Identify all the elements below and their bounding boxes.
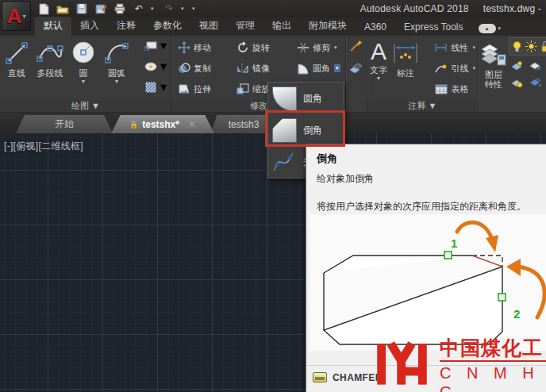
tab-output[interactable]: 输出 xyxy=(263,17,300,36)
diagram-label-2: 2 xyxy=(513,307,520,321)
file-tab-testshx[interactable]: 🔒 testshx* ✕ xyxy=(111,115,214,133)
tab-a360[interactable]: A360 xyxy=(356,19,395,36)
match-properties-brush-icon[interactable] xyxy=(349,39,363,52)
dimension-button[interactable]: 标注 xyxy=(392,37,419,81)
rectangle-icon xyxy=(144,39,158,52)
close-tab-icon[interactable]: ✕ xyxy=(188,119,196,130)
annotation-panel-label[interactable]: 注释 ▼ xyxy=(367,100,478,112)
move-button[interactable]: 移动 xyxy=(177,38,236,57)
autocad-app-button[interactable]: A ▾ xyxy=(2,1,31,31)
hatch-dropdown-icon[interactable]: ▾ xyxy=(160,79,167,94)
table-button[interactable]: 表格 xyxy=(434,79,475,98)
tab-manage[interactable]: 管理 xyxy=(227,17,263,36)
tab-express-tools[interactable]: Express Tools xyxy=(395,19,471,36)
trim-dropdown-icon[interactable]: ▾ xyxy=(334,44,337,51)
line-icon xyxy=(3,40,30,67)
tab-addins[interactable]: 附加模块 xyxy=(300,17,356,36)
open-file-icon[interactable] xyxy=(56,2,70,15)
panel-match-properties xyxy=(346,36,367,112)
line-button[interactable]: 直线 xyxy=(3,37,30,84)
fillet-button[interactable]: 圆角 ▾ xyxy=(296,59,348,78)
ellipse-button[interactable]: ▾ xyxy=(144,59,167,74)
ellipse-dropdown-icon[interactable]: ▾ xyxy=(160,59,167,74)
leader-icon xyxy=(434,62,448,75)
isolate-objects-icon[interactable] xyxy=(349,60,363,74)
layer-unisolate-icon[interactable] xyxy=(529,59,542,72)
chamfer-edge-line xyxy=(472,256,502,267)
hatch-button[interactable]: ▾ xyxy=(144,79,167,94)
file-tab-start[interactable]: 开始 xyxy=(16,115,113,133)
undo-dropdown-icon[interactable]: ▾ xyxy=(151,6,157,12)
tab-insert[interactable]: 插入 xyxy=(71,17,108,36)
rectangle-dropdown-icon[interactable]: ▾ xyxy=(160,38,167,53)
viewport-controls[interactable]: [-][俯视][二维线框] xyxy=(4,140,83,153)
ribbon-minimize-caret-icon: ▾ xyxy=(498,25,502,32)
trim-button[interactable]: 修剪 ▾ xyxy=(296,38,348,57)
arc-dropdown-icon[interactable]: ▼ xyxy=(114,79,120,84)
panel-layers: 图层特性 xyxy=(479,36,546,112)
ellipse-icon xyxy=(144,60,158,73)
copy-button[interactable]: 复制 xyxy=(177,59,236,78)
save-icon[interactable] xyxy=(75,2,89,15)
layer-match-icon[interactable] xyxy=(529,75,542,89)
tab-annotate[interactable]: 注释 xyxy=(108,17,144,36)
ribbon-minimize-control[interactable]: ▴ ▾ xyxy=(479,24,502,33)
tab-default[interactable]: 默认 xyxy=(35,17,71,36)
circle-button[interactable]: 圆 ▼ xyxy=(70,37,97,84)
arc-button[interactable]: 圆弧 ▼ xyxy=(103,37,130,84)
redo-dropdown-icon[interactable]: ▾ xyxy=(181,6,187,12)
table-icon xyxy=(434,83,448,96)
move-icon xyxy=(177,41,190,55)
polyline-icon xyxy=(37,40,63,67)
fillet-corner-icon xyxy=(272,86,297,111)
undo-icon[interactable]: ↶ xyxy=(132,2,146,15)
qat-customize-icon[interactable]: ▾ xyxy=(192,6,198,12)
linear-dimension-button[interactable]: 线性 ▾ xyxy=(434,38,475,57)
plot-icon[interactable] xyxy=(113,2,127,15)
layer-freeze-sun-icon[interactable] xyxy=(525,40,537,53)
polyline-button[interactable]: 多段线 xyxy=(37,37,63,84)
leader-dropdown-icon[interactable]: ▾ xyxy=(472,65,475,71)
tooltip-description: 将按用户选择对象的次序应用指定的距离和角度。 xyxy=(306,186,546,213)
panel-annotation: A 文字 ▼ 标注 线性 ▾ xyxy=(367,36,478,112)
stretch-button[interactable]: 拉伸 xyxy=(177,79,236,98)
mirror-button[interactable]: 镜像 xyxy=(236,59,296,78)
layer-isolate-icon[interactable] xyxy=(510,59,524,72)
fillet-dropdown-icon[interactable]: ▾ xyxy=(334,64,340,72)
autocad-logo-icon: A xyxy=(7,6,22,26)
tooltip-title: 倒角 xyxy=(306,144,546,166)
layer-lock-icon[interactable] xyxy=(540,40,546,53)
layer-properties-button[interactable]: 图层特性 xyxy=(480,39,507,89)
redo-icon[interactable]: ↷ xyxy=(162,2,176,15)
chamfer-shape-outline xyxy=(324,256,502,344)
chamfer-diagram: 1 2 xyxy=(310,214,546,351)
command-keyboard-icon xyxy=(313,372,327,382)
rotate-button[interactable]: 旋转 xyxy=(236,38,296,57)
leader-button[interactable]: 引线 ▾ xyxy=(434,59,475,78)
draw-panel-label[interactable]: 绘图 ▼ xyxy=(0,100,171,112)
layer-off-bulb-icon[interactable] xyxy=(512,40,522,53)
ribbon-tab-bar: 默认 插入 注释 参数化 视图 管理 输出 附加模块 A360 Express … xyxy=(0,17,546,36)
rectangle-button[interactable]: ▾ xyxy=(144,38,167,53)
new-file-icon[interactable] xyxy=(37,2,51,15)
text-button[interactable]: A 文字 ▼ xyxy=(370,37,387,81)
dimension-icon xyxy=(392,40,419,67)
linear-dropdown-icon[interactable]: ▾ xyxy=(472,44,475,51)
text-dropdown-icon[interactable]: ▼ xyxy=(376,76,382,81)
app-title: Autodesk AutoCAD 2018 xyxy=(360,3,469,14)
hatch-icon xyxy=(144,80,158,94)
save-as-icon[interactable] xyxy=(94,2,108,15)
layer-make-current-icon[interactable] xyxy=(510,75,524,89)
menu-item-fillet[interactable]: 圆角 xyxy=(268,83,344,114)
app-menu-caret-icon: ▾ xyxy=(22,13,25,20)
mirror-icon xyxy=(236,62,249,75)
circle-dropdown-icon[interactable]: ▼ xyxy=(81,79,87,84)
layer-properties-icon xyxy=(480,41,507,68)
watermark-latin-text: C N M H G xyxy=(440,363,546,392)
arrow-1 xyxy=(457,222,498,252)
diagram-label-1: 1 xyxy=(451,236,457,250)
copy-icon xyxy=(177,62,190,75)
chamfer-highlight-box xyxy=(265,110,345,147)
tab-view[interactable]: 视图 xyxy=(190,17,227,36)
tab-parametric[interactable]: 参数化 xyxy=(144,17,190,36)
